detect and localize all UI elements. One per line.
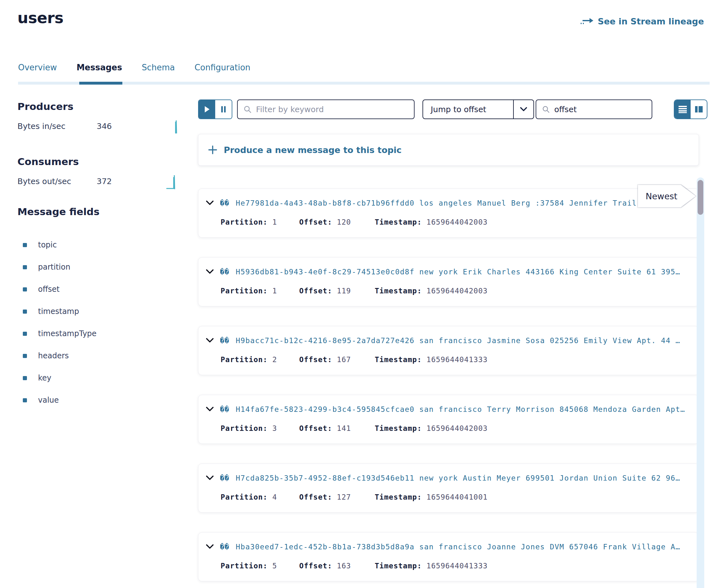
offset-value: 120 <box>337 218 351 226</box>
message-key-glyphs: �� <box>220 336 229 345</box>
expand-chevron-icon[interactable] <box>206 269 214 274</box>
message-summary[interactable]: H14fa67fe-5823-4299-b3c4-595845cfcae0 sa… <box>236 405 685 414</box>
message-key-glyphs: �� <box>220 268 229 276</box>
offset-value: 119 <box>337 287 351 295</box>
timestamp-value: 1659644042003 <box>427 424 488 433</box>
message-summary[interactable]: H9bacc71c-b12c-4216-8e95-2a7da727e426 sa… <box>236 336 680 345</box>
tab-schema[interactable]: Schema <box>142 63 175 82</box>
message-summary-line: �� H7cda825b-35b7-4952-88ef-c193d546eb11… <box>206 474 694 482</box>
expand-chevron-icon[interactable] <box>206 407 214 412</box>
split-view-button[interactable] <box>690 100 707 119</box>
plus-icon <box>208 145 218 154</box>
message-summary[interactable]: H7cda825b-35b7-4952-88ef-c193d546eb11 ne… <box>236 474 680 482</box>
message-meta: Partition: 1 Offset: 120 Timestamp: 1659… <box>221 218 488 226</box>
timestamp-value: 1659644041333 <box>427 562 488 570</box>
bullet-square-icon <box>23 310 27 314</box>
stream-lineage-link[interactable]: See in Stream lineage <box>580 17 704 26</box>
timestamp-label: Timestamp: <box>375 355 421 364</box>
search-icon <box>542 105 550 114</box>
partition-value: 5 <box>272 562 277 570</box>
partition-label: Partition: <box>221 493 268 501</box>
message-field-label: key <box>38 374 51 382</box>
partition-label: Partition: <box>221 287 268 295</box>
timestamp-label: Timestamp: <box>375 218 421 226</box>
partition-value: 1 <box>272 287 277 295</box>
message-row[interactable]: �� H14fa67fe-5823-4299-b3c4-595845cfcae0… <box>198 395 699 444</box>
filter-input-box <box>237 100 415 119</box>
message-field-item: key <box>23 367 97 389</box>
stream-lineage-label: See in Stream lineage <box>598 17 704 26</box>
expand-chevron-icon[interactable] <box>206 338 214 343</box>
offset-label: Offset: <box>299 562 332 570</box>
message-row[interactable]: �� Hba30eed7-1edc-452b-8b1a-738d3b5d8a9a… <box>198 532 699 581</box>
message-field-label: timestamp <box>38 307 79 316</box>
bytes-out-sparkline <box>166 174 180 189</box>
message-row[interactable]: �� H9bacc71c-b12c-4216-8e95-2a7da727e426… <box>198 326 699 375</box>
filter-input[interactable] <box>256 105 408 114</box>
message-key-glyphs: �� <box>220 474 229 482</box>
produce-message-label: Produce a new message to this topic <box>224 145 401 155</box>
tab-messages[interactable]: Messages <box>76 63 122 82</box>
offset-label: Offset: <box>299 218 332 226</box>
offset-value: 141 <box>337 424 351 433</box>
bullet-square-icon <box>23 398 27 402</box>
message-meta: Partition: 5 Offset: 163 Timestamp: 1659… <box>221 562 488 570</box>
message-field-item: value <box>23 389 97 411</box>
offset-value: 163 <box>337 562 351 570</box>
bytes-out-value: 372 <box>97 177 112 186</box>
offset-label: Offset: <box>299 355 332 364</box>
message-field-item: timestampType <box>23 322 97 345</box>
produce-message-button[interactable]: Produce a new message to this topic <box>198 134 699 166</box>
tab-bar: Overview Messages Schema Configuration <box>18 63 250 82</box>
message-meta: Partition: 4 Offset: 127 Timestamp: 1659… <box>221 493 488 501</box>
bytes-in-label: Bytes in/sec <box>17 122 65 131</box>
scrollbar-track[interactable] <box>697 177 704 588</box>
tab-overview[interactable]: Overview <box>18 63 57 82</box>
partition-value: 1 <box>272 218 277 226</box>
tab-configuration[interactable]: Configuration <box>194 63 250 82</box>
play-button[interactable] <box>199 100 215 119</box>
bullet-square-icon <box>23 265 27 269</box>
active-tab-indicator <box>79 82 122 85</box>
jump-to-offset-label: Jump to offset <box>423 105 513 114</box>
partition-label: Partition: <box>221 218 268 226</box>
message-summary[interactable]: H5936db81-b943-4e0f-8c29-74513e0c0d8f ne… <box>236 268 680 276</box>
partition-value: 4 <box>272 493 277 501</box>
offset-search-box <box>536 100 652 119</box>
timestamp-value: 1659644041333 <box>427 355 488 364</box>
consumers-metric-row: Bytes out/sec 372 <box>17 177 182 186</box>
message-summary-line: �� Hba30eed7-1edc-452b-8b1a-738d3b5d8a9a… <box>206 543 694 551</box>
jump-to-offset-select[interactable]: Jump to offset <box>422 100 534 119</box>
consumers-heading: Consumers <box>17 156 79 167</box>
play-pause-group <box>198 100 232 119</box>
list-view-icon <box>678 105 687 113</box>
timestamp-label: Timestamp: <box>375 424 421 433</box>
expand-chevron-icon[interactable] <box>206 201 214 206</box>
offset-value: 167 <box>337 355 351 364</box>
expand-chevron-icon[interactable] <box>206 544 214 549</box>
chevron-down-icon <box>514 107 533 111</box>
offset-label: Offset: <box>299 424 332 433</box>
timestamp-label: Timestamp: <box>375 287 421 295</box>
pause-button[interactable] <box>215 100 232 119</box>
partition-label: Partition: <box>221 424 268 433</box>
message-summary[interactable]: He77981da-4a43-48ab-b8f8-cb71b96ffdd0 lo… <box>236 199 646 207</box>
timestamp-label: Timestamp: <box>375 562 421 570</box>
offset-input[interactable] <box>554 105 646 114</box>
expand-chevron-icon[interactable] <box>206 476 214 481</box>
message-row[interactable]: �� H7cda825b-35b7-4952-88ef-c193d546eb11… <box>198 463 699 512</box>
message-row[interactable]: �� H5936db81-b943-4e0f-8c29-74513e0c0d8f… <box>198 257 699 306</box>
message-row[interactable]: �� He77981da-4a43-48ab-b8f8-cb71b96ffdd0… <box>198 189 699 238</box>
scrollbar-thumb[interactable] <box>698 180 703 215</box>
message-field-item: partition <box>23 256 97 278</box>
message-summary[interactable]: Hba30eed7-1edc-452b-8b1a-738d3b5d8a9a sa… <box>236 543 680 551</box>
page-title: users <box>17 9 63 27</box>
message-meta: Partition: 2 Offset: 167 Timestamp: 1659… <box>221 355 488 364</box>
message-field-label: partition <box>38 262 70 272</box>
list-view-button[interactable] <box>675 100 690 119</box>
message-fields-list: topic partition offset timestamp timesta… <box>23 234 97 411</box>
message-summary-line: �� H14fa67fe-5823-4299-b3c4-595845cfcae0… <box>206 405 694 414</box>
message-field-item: headers <box>23 345 97 367</box>
message-key-glyphs: �� <box>220 199 229 207</box>
dashed-arrow-icon <box>580 17 594 26</box>
